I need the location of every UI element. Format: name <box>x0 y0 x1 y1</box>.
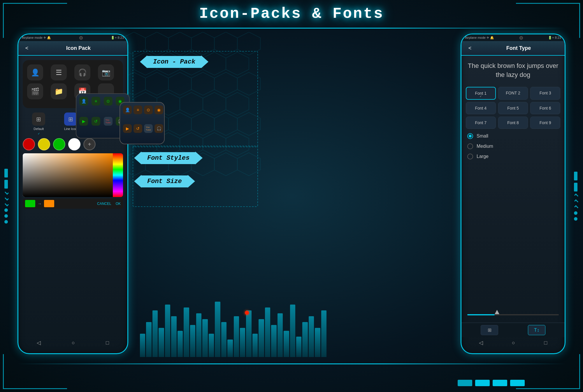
font-size-radio-group: Small Medium Large <box>467 133 559 159</box>
header-title: Font Type <box>477 45 560 51</box>
icon-video[interactable]: 🎬 <box>27 83 43 99</box>
add-swatch-button[interactable]: + <box>83 138 96 150</box>
corner-decoration-br <box>516 354 580 389</box>
nav-back-button[interactable]: ◁ <box>479 340 483 346</box>
back-button[interactable]: < <box>466 44 474 52</box>
mini-icon: ≡ <box>92 97 100 106</box>
status-left: Airplane mode ✈ 🔔 <box>22 36 51 40</box>
corner-decoration-bl <box>3 354 67 389</box>
side-rect <box>574 172 577 180</box>
font-cell-4[interactable]: Font 4 <box>466 102 496 114</box>
font-cell-label: Font 6 <box>540 106 551 110</box>
mini-icon: ◉ <box>154 106 163 114</box>
top-border-line <box>17 28 566 29</box>
font-cell-label: Font 9 <box>540 120 551 125</box>
font-cell-label: Font 4 <box>475 106 487 110</box>
slider-handle <box>495 310 499 314</box>
toolbar-item-layout[interactable]: ⊞ <box>481 325 498 335</box>
camera-dot <box>519 36 523 40</box>
nav-recent-button[interactable]: □ <box>106 340 109 346</box>
back-button[interactable]: < <box>23 44 31 52</box>
icon-option-default[interactable]: ⊞ Default ✓ <box>32 112 45 135</box>
font-cell-8[interactable]: Font 8 <box>498 117 528 129</box>
picker-cancel-button[interactable]: CANCEL <box>97 202 111 206</box>
font-check: ✓ <box>480 95 482 98</box>
mini-icon: ↺ <box>92 117 100 126</box>
side-decoration-right <box>574 172 579 221</box>
font-cell-label: FONT 2 <box>506 91 520 95</box>
chevron-icon <box>574 199 578 203</box>
status-right: 🔋+ 8:23 <box>548 36 561 40</box>
line-icon: ⊞ <box>64 112 77 126</box>
toolbar-item-text[interactable]: T↕ <box>528 325 545 335</box>
side-dot <box>4 220 8 224</box>
swatch-white[interactable] <box>68 138 80 150</box>
font-cell-2[interactable]: FONT 2 <box>498 87 528 100</box>
icon-message[interactable]: ☰ <box>51 64 67 80</box>
color-swatches: + <box>23 138 123 150</box>
nav-recent-button[interactable]: □ <box>544 340 547 346</box>
font-cell-7[interactable]: Font 7 <box>466 117 496 129</box>
radio-circle-small <box>467 133 473 139</box>
nav-back-button[interactable]: ◁ <box>37 340 41 346</box>
bottom-indicators <box>458 380 525 386</box>
swatch-red[interactable] <box>23 138 35 150</box>
side-decoration-left <box>4 169 9 224</box>
icon-person[interactable]: 👤 <box>27 64 43 80</box>
mini-icon: ↺ <box>134 124 142 133</box>
nav-home-button[interactable]: ○ <box>512 340 515 346</box>
mini-icon: YouTube <box>104 117 113 126</box>
color-spectrum-bar[interactable] <box>113 153 123 197</box>
swatch-yellow[interactable] <box>38 138 50 150</box>
radio-dot <box>469 135 472 138</box>
radio-large[interactable]: Large <box>467 154 559 159</box>
radio-circle-medium <box>467 143 473 149</box>
font-preview-text: The quick brown fox jumps over the lazy … <box>461 56 565 84</box>
default-label: Default <box>34 127 44 131</box>
red-indicator-dot <box>245 311 249 315</box>
right-phone-status-bar: Airplane mode ✈ 🔔 🔋+ 8:23 <box>461 34 565 41</box>
right-phone-nav: ◁ ○ □ <box>461 337 565 349</box>
chevron-icon <box>5 196 9 200</box>
icon-option-line[interactable]: ⊞ Line Icon <box>64 112 77 135</box>
right-phone: Airplane mode ✈ 🔔 🔋+ 8:23 < Font Type Th… <box>461 34 566 354</box>
chevron-icon <box>5 202 9 206</box>
status-right: 🔋+ 8:23 <box>111 36 124 40</box>
color-gradient-area[interactable] <box>23 153 113 197</box>
font-cell-1[interactable]: Font 1 ✓ <box>466 87 496 100</box>
swatch-green[interactable] <box>53 138 65 150</box>
radio-label-medium: Medium <box>477 144 493 149</box>
color-to-preview <box>44 200 54 207</box>
font-cell-3[interactable]: Font 3 <box>530 87 560 100</box>
camera-dot <box>79 36 83 40</box>
side-dot <box>4 214 8 218</box>
font-styles-dashed-box <box>133 146 258 207</box>
icon-camera[interactable]: 📷 <box>98 64 114 80</box>
line-label: Line Icon <box>64 127 77 131</box>
color-picker[interactable] <box>23 153 123 197</box>
font-cell-label: Font 8 <box>507 120 519 125</box>
nav-home-button[interactable]: ○ <box>72 340 75 346</box>
eq-bars <box>140 299 326 357</box>
radio-label-large: Large <box>477 154 489 159</box>
font-slider-area <box>461 310 565 324</box>
mini-icon: 👤 <box>123 106 132 114</box>
color-from-preview <box>25 200 35 207</box>
mini-icon: ≡ <box>134 106 142 114</box>
font-cell-9[interactable]: Font 9 <box>530 117 560 129</box>
header-title: Icon Pack <box>34 45 123 51</box>
picker-actions: CANCEL OK <box>97 202 121 206</box>
radio-small[interactable]: Small <box>467 133 559 139</box>
icon-folder[interactable]: 📁 <box>51 83 67 99</box>
mini-icon: ▶ <box>79 117 88 126</box>
radio-medium[interactable]: Medium <box>467 143 559 149</box>
bottom-toolbar: ⊞ T↕ <box>461 323 565 337</box>
picker-ok-button[interactable]: OK <box>116 202 121 206</box>
font-cell-5[interactable]: Font 5 <box>498 102 528 114</box>
chevron-icon <box>5 190 9 194</box>
side-rect <box>574 183 577 191</box>
font-cell-6[interactable]: Font 6 <box>530 102 560 114</box>
slider-track[interactable] <box>467 314 559 315</box>
icon-headphone[interactable]: 🎧 <box>74 64 90 80</box>
radio-label-small: Small <box>477 133 488 139</box>
